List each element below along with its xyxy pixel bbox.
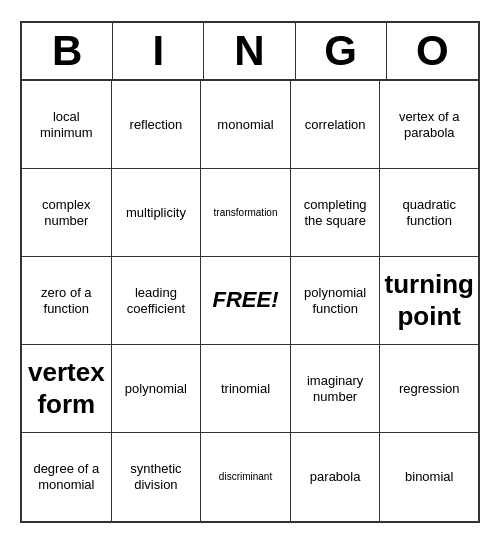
cell-text-6: multiplicity: [126, 205, 186, 221]
bingo-cell-21: synthetic division: [112, 433, 202, 521]
bingo-cell-18: imaginary number: [291, 345, 381, 433]
bingo-cell-24: binomial: [380, 433, 478, 521]
bingo-letter-g: G: [296, 23, 387, 79]
bingo-cell-5: complex number: [22, 169, 112, 257]
bingo-card: BINGO local minimumreflectionmonomialcor…: [20, 21, 480, 523]
cell-text-8: completing the square: [295, 197, 376, 228]
cell-text-16: polynomial: [125, 381, 187, 397]
bingo-cell-8: completing the square: [291, 169, 381, 257]
cell-text-20: degree of a monomial: [26, 461, 107, 492]
bingo-header: BINGO: [22, 23, 478, 81]
bingo-cell-17: trinomial: [201, 345, 291, 433]
bingo-cell-0: local minimum: [22, 81, 112, 169]
bingo-cell-19: regression: [380, 345, 478, 433]
bingo-cell-16: polynomial: [112, 345, 202, 433]
bingo-cell-6: multiplicity: [112, 169, 202, 257]
cell-text-23: parabola: [310, 469, 361, 485]
cell-text-2: monomial: [217, 117, 273, 133]
bingo-cell-15: vertex form: [22, 345, 112, 433]
cell-text-5: complex number: [26, 197, 107, 228]
cell-text-15: vertex form: [26, 357, 107, 419]
bingo-cell-13: polynomial function: [291, 257, 381, 345]
bingo-cell-23: parabola: [291, 433, 381, 521]
bingo-cell-4: vertex of a parabola: [380, 81, 478, 169]
bingo-letter-i: I: [113, 23, 204, 79]
bingo-cell-12: FREE!: [201, 257, 291, 345]
bingo-letter-b: B: [22, 23, 113, 79]
cell-text-3: correlation: [305, 117, 366, 133]
cell-text-19: regression: [399, 381, 460, 397]
bingo-cell-10: zero of a function: [22, 257, 112, 345]
cell-text-17: trinomial: [221, 381, 270, 397]
cell-text-10: zero of a function: [26, 285, 107, 316]
bingo-cell-11: leading coefficient: [112, 257, 202, 345]
cell-text-12: FREE!: [213, 287, 279, 313]
cell-text-7: transformation: [214, 207, 278, 219]
bingo-cell-7: transformation: [201, 169, 291, 257]
cell-text-24: binomial: [405, 469, 453, 485]
bingo-cell-3: correlation: [291, 81, 381, 169]
cell-text-14: turning point: [384, 269, 474, 331]
cell-text-11: leading coefficient: [116, 285, 197, 316]
cell-text-9: quadratic function: [384, 197, 474, 228]
bingo-cell-22: discriminant: [201, 433, 291, 521]
cell-text-22: discriminant: [219, 471, 272, 483]
bingo-grid: local minimumreflectionmonomialcorrelati…: [22, 81, 478, 521]
bingo-letter-n: N: [204, 23, 295, 79]
bingo-cell-14: turning point: [380, 257, 478, 345]
bingo-cell-1: reflection: [112, 81, 202, 169]
cell-text-21: synthetic division: [116, 461, 197, 492]
cell-text-4: vertex of a parabola: [384, 109, 474, 140]
cell-text-18: imaginary number: [295, 373, 376, 404]
bingo-cell-9: quadratic function: [380, 169, 478, 257]
cell-text-0: local minimum: [26, 109, 107, 140]
cell-text-1: reflection: [130, 117, 183, 133]
cell-text-13: polynomial function: [295, 285, 376, 316]
bingo-cell-2: monomial: [201, 81, 291, 169]
bingo-letter-o: O: [387, 23, 478, 79]
bingo-cell-20: degree of a monomial: [22, 433, 112, 521]
